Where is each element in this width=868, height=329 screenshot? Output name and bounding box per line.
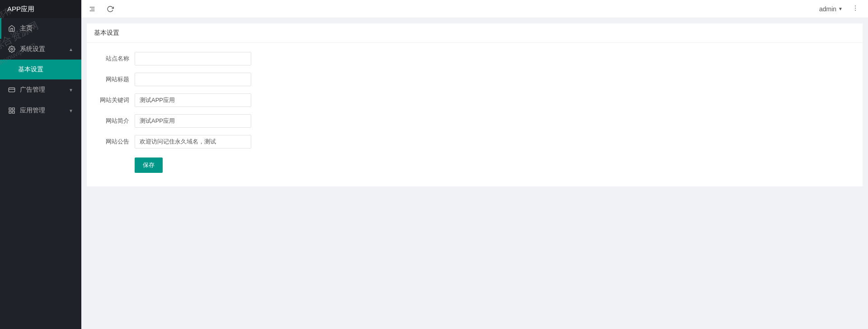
content: 基本设置 站点名称 网站标题 网站关键词 网站 bbox=[81, 18, 868, 329]
refresh-icon[interactable] bbox=[107, 5, 114, 13]
input-site-notice[interactable] bbox=[135, 135, 251, 148]
sidebar-subitem-basic-settings[interactable]: 基本设置 bbox=[0, 60, 81, 79]
svg-rect-1 bbox=[9, 88, 14, 92]
form-row-site-title: 网站标题 bbox=[94, 73, 855, 86]
more-icon[interactable] bbox=[850, 5, 861, 13]
save-button[interactable]: 保存 bbox=[135, 158, 163, 173]
ad-icon bbox=[8, 86, 15, 93]
app-title: APP应用 bbox=[7, 5, 34, 14]
sidebar-item-label: 应用管理 bbox=[20, 107, 69, 115]
form-row-site-notice: 网站公告 bbox=[94, 135, 855, 148]
input-site-title[interactable] bbox=[135, 73, 251, 86]
card-title: 基本设置 bbox=[87, 23, 863, 43]
label-site-desc: 网站简介 bbox=[94, 117, 135, 125]
sidebar-item-system[interactable]: 系统设置 ▲ bbox=[0, 39, 81, 60]
sidebar-item-home[interactable]: 主页 bbox=[0, 18, 81, 39]
svg-rect-4 bbox=[12, 108, 14, 110]
svg-point-10 bbox=[855, 5, 856, 6]
svg-point-12 bbox=[855, 10, 856, 11]
label-site-notice: 网站公告 bbox=[94, 138, 135, 146]
form-row-site-name: 站点名称 bbox=[94, 52, 855, 65]
svg-rect-5 bbox=[12, 111, 14, 113]
chevron-up-icon: ▲ bbox=[69, 47, 73, 52]
main: admin ▼ 基本设置 站点名称 网站标题 bbox=[81, 0, 868, 329]
sidebar-item-label: 主页 bbox=[20, 24, 73, 32]
input-site-name[interactable] bbox=[135, 52, 251, 65]
chevron-down-icon: ▼ bbox=[69, 108, 73, 113]
sidebar-menu: 主页 系统设置 ▲ 基本设置 广告管理 ▼ bbox=[0, 18, 81, 121]
form-row-site-desc: 网站简介 bbox=[94, 114, 855, 128]
sidebar: APP应用 都有 综合资源网 duyouvip.com 主页 系统设置 ▲ bbox=[0, 0, 81, 329]
caret-down-icon: ▼ bbox=[838, 6, 843, 11]
sidebar-item-label: 广告管理 bbox=[20, 86, 69, 94]
sidebar-item-label: 系统设置 bbox=[20, 45, 69, 53]
header: admin ▼ bbox=[81, 0, 868, 18]
svg-point-0 bbox=[11, 48, 13, 50]
input-site-keywords[interactable] bbox=[135, 93, 251, 107]
header-right: admin ▼ bbox=[819, 5, 861, 13]
form-actions: 保存 bbox=[94, 158, 855, 173]
menu-toggle-icon[interactable] bbox=[89, 5, 96, 13]
settings-card: 基本设置 站点名称 网站标题 网站关键词 网站 bbox=[87, 23, 863, 186]
label-site-name: 站点名称 bbox=[94, 55, 135, 63]
chevron-down-icon: ▼ bbox=[69, 88, 73, 93]
label-site-title: 网站标题 bbox=[94, 75, 135, 83]
user-menu[interactable]: admin ▼ bbox=[819, 5, 843, 13]
user-name: admin bbox=[819, 5, 836, 13]
label-site-keywords: 网站关键词 bbox=[94, 96, 135, 104]
svg-point-11 bbox=[855, 8, 856, 9]
card-body: 站点名称 网站标题 网站关键词 网站简介 bbox=[87, 43, 863, 186]
sidebar-item-ads[interactable]: 广告管理 ▼ bbox=[0, 79, 81, 100]
sidebar-item-apps[interactable]: 应用管理 ▼ bbox=[0, 100, 81, 121]
input-site-desc[interactable] bbox=[135, 114, 251, 128]
header-left bbox=[89, 5, 114, 13]
gear-icon bbox=[8, 46, 15, 53]
svg-rect-6 bbox=[9, 111, 11, 113]
apps-icon bbox=[8, 107, 15, 114]
form-row-site-keywords: 网站关键词 bbox=[94, 93, 855, 107]
home-icon bbox=[8, 25, 15, 32]
svg-rect-3 bbox=[9, 108, 11, 110]
app-logo: APP应用 bbox=[0, 0, 81, 18]
sidebar-subitem-label: 基本设置 bbox=[18, 65, 43, 74]
